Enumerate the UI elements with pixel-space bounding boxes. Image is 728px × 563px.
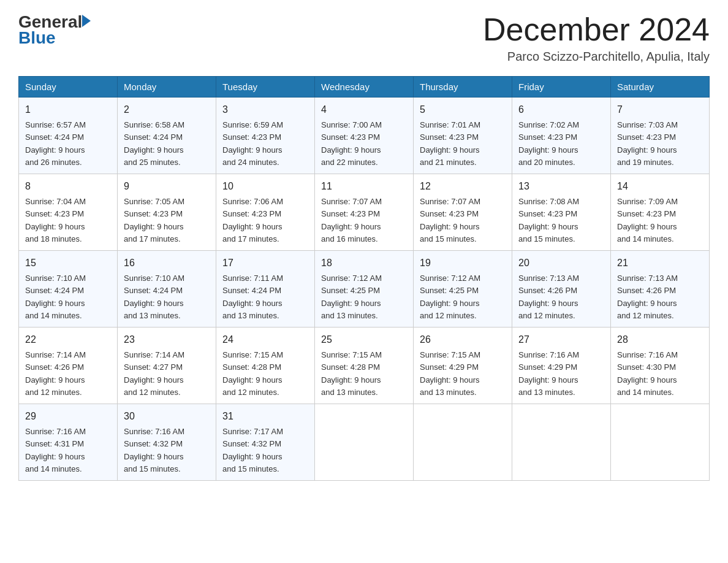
- col-monday: Monday: [118, 77, 216, 98]
- day-number: 5: [420, 102, 506, 117]
- calendar-cell: 5 Sunrise: 7:01 AMSunset: 4:23 PMDayligh…: [414, 98, 512, 174]
- day-number: 3: [222, 102, 308, 117]
- day-number: 7: [617, 102, 703, 117]
- day-info: Sunrise: 7:03 AMSunset: 4:23 PMDaylight:…: [617, 120, 678, 167]
- day-info: Sunrise: 7:10 AMSunset: 4:24 PMDaylight:…: [124, 274, 184, 320]
- calendar-week-1: 1 Sunrise: 6:57 AMSunset: 4:24 PMDayligh…: [19, 98, 710, 174]
- day-info: Sunrise: 7:15 AMSunset: 4:28 PMDaylight:…: [222, 350, 283, 397]
- day-number: 17: [222, 256, 308, 270]
- day-info: Sunrise: 7:09 AMSunset: 4:23 PMDaylight:…: [617, 197, 678, 243]
- calendar-cell: 28 Sunrise: 7:16 AMSunset: 4:30 PMDaylig…: [611, 327, 710, 404]
- calendar-cell: 30 Sunrise: 7:16 AMSunset: 4:32 PMDaylig…: [118, 404, 216, 481]
- day-number: 13: [518, 179, 604, 194]
- day-info: Sunrise: 7:07 AMSunset: 4:23 PMDaylight:…: [321, 197, 382, 243]
- day-info: Sunrise: 7:16 AMSunset: 4:32 PMDaylight:…: [124, 427, 184, 473]
- day-info: Sunrise: 7:07 AMSunset: 4:23 PMDaylight:…: [420, 197, 480, 243]
- calendar-cell: 3 Sunrise: 6:59 AMSunset: 4:23 PMDayligh…: [216, 98, 315, 174]
- day-number: 12: [420, 179, 506, 194]
- calendar-cell: 12 Sunrise: 7:07 AMSunset: 4:23 PMDaylig…: [414, 174, 512, 251]
- day-info: Sunrise: 7:14 AMSunset: 4:26 PMDaylight:…: [25, 350, 86, 397]
- day-number: 24: [222, 332, 308, 347]
- calendar-week-4: 22 Sunrise: 7:14 AMSunset: 4:26 PMDaylig…: [19, 327, 710, 404]
- day-info: Sunrise: 7:16 AMSunset: 4:31 PMDaylight:…: [25, 427, 86, 473]
- day-number: 1: [25, 102, 111, 117]
- day-number: 20: [518, 256, 604, 270]
- day-info: Sunrise: 7:10 AMSunset: 4:24 PMDaylight:…: [25, 274, 86, 320]
- day-info: Sunrise: 7:06 AMSunset: 4:23 PMDaylight:…: [222, 197, 283, 243]
- day-number: 21: [617, 256, 703, 270]
- day-info: Sunrise: 7:04 AMSunset: 4:23 PMDaylight:…: [25, 197, 86, 243]
- logo-blue-text: Blue: [18, 28, 56, 48]
- calendar-cell: [512, 404, 611, 481]
- day-number: 9: [124, 179, 210, 194]
- month-title: December 2024: [483, 12, 710, 47]
- day-number: 18: [321, 256, 407, 270]
- calendar-cell: 9 Sunrise: 7:05 AMSunset: 4:23 PMDayligh…: [118, 174, 216, 251]
- day-number: 14: [617, 179, 703, 194]
- calendar-cell: 16 Sunrise: 7:10 AMSunset: 4:24 PMDaylig…: [118, 251, 216, 327]
- calendar-cell: 23 Sunrise: 7:14 AMSunset: 4:27 PMDaylig…: [118, 327, 216, 404]
- day-number: 8: [25, 179, 111, 194]
- calendar-cell: 4 Sunrise: 7:00 AMSunset: 4:23 PMDayligh…: [315, 98, 414, 174]
- calendar-week-2: 8 Sunrise: 7:04 AMSunset: 4:23 PMDayligh…: [19, 174, 710, 251]
- logo: General Blue: [18, 12, 91, 48]
- day-info: Sunrise: 7:08 AMSunset: 4:23 PMDaylight:…: [518, 197, 579, 243]
- day-number: 23: [124, 332, 210, 347]
- day-number: 19: [420, 256, 506, 270]
- day-number: 31: [222, 409, 308, 424]
- calendar-cell: 19 Sunrise: 7:12 AMSunset: 4:25 PMDaylig…: [414, 251, 512, 327]
- calendar-cell: 8 Sunrise: 7:04 AMSunset: 4:23 PMDayligh…: [19, 174, 118, 251]
- calendar-cell: 17 Sunrise: 7:11 AMSunset: 4:24 PMDaylig…: [216, 251, 315, 327]
- day-number: 4: [321, 102, 407, 117]
- day-info: Sunrise: 7:12 AMSunset: 4:25 PMDaylight:…: [420, 274, 480, 320]
- calendar-cell: 11 Sunrise: 7:07 AMSunset: 4:23 PMDaylig…: [315, 174, 414, 251]
- page-header: General Blue December 2024 Parco Scizzo-…: [18, 12, 710, 64]
- day-number: 27: [518, 332, 604, 347]
- day-number: 28: [617, 332, 703, 347]
- day-info: Sunrise: 7:15 AMSunset: 4:29 PMDaylight:…: [420, 350, 480, 397]
- day-number: 30: [124, 409, 210, 424]
- day-info: Sunrise: 7:00 AMSunset: 4:23 PMDaylight:…: [321, 120, 382, 167]
- calendar-cell: 22 Sunrise: 7:14 AMSunset: 4:26 PMDaylig…: [19, 327, 118, 404]
- day-info: Sunrise: 7:14 AMSunset: 4:27 PMDaylight:…: [124, 350, 184, 397]
- day-info: Sunrise: 7:16 AMSunset: 4:29 PMDaylight:…: [518, 350, 579, 397]
- day-number: 11: [321, 179, 407, 194]
- calendar-cell: 10 Sunrise: 7:06 AMSunset: 4:23 PMDaylig…: [216, 174, 315, 251]
- day-info: Sunrise: 7:05 AMSunset: 4:23 PMDaylight:…: [124, 197, 184, 243]
- day-number: 16: [124, 256, 210, 270]
- day-info: Sunrise: 7:13 AMSunset: 4:26 PMDaylight:…: [518, 274, 579, 320]
- calendar-cell: 26 Sunrise: 7:15 AMSunset: 4:29 PMDaylig…: [414, 327, 512, 404]
- calendar-cell: 25 Sunrise: 7:15 AMSunset: 4:28 PMDaylig…: [315, 327, 414, 404]
- calendar-cell: 20 Sunrise: 7:13 AMSunset: 4:26 PMDaylig…: [512, 251, 611, 327]
- day-number: 2: [124, 102, 210, 117]
- day-info: Sunrise: 6:57 AMSunset: 4:24 PMDaylight:…: [25, 120, 86, 167]
- day-number: 29: [25, 409, 111, 424]
- day-info: Sunrise: 7:13 AMSunset: 4:26 PMDaylight:…: [617, 274, 678, 320]
- day-number: 25: [321, 332, 407, 347]
- calendar-cell: 31 Sunrise: 7:17 AMSunset: 4:32 PMDaylig…: [216, 404, 315, 481]
- col-thursday: Thursday: [414, 77, 512, 98]
- location-subtitle: Parco Scizzo-Parchitello, Apulia, Italy: [483, 50, 710, 64]
- day-info: Sunrise: 7:15 AMSunset: 4:28 PMDaylight:…: [321, 350, 382, 397]
- calendar-cell: 1 Sunrise: 6:57 AMSunset: 4:24 PMDayligh…: [19, 98, 118, 174]
- day-number: 22: [25, 332, 111, 347]
- calendar-cell: 14 Sunrise: 7:09 AMSunset: 4:23 PMDaylig…: [611, 174, 710, 251]
- day-info: Sunrise: 7:16 AMSunset: 4:30 PMDaylight:…: [617, 350, 678, 397]
- day-info: Sunrise: 6:59 AMSunset: 4:23 PMDaylight:…: [222, 120, 283, 167]
- day-info: Sunrise: 7:01 AMSunset: 4:23 PMDaylight:…: [420, 120, 480, 167]
- calendar-cell: 18 Sunrise: 7:12 AMSunset: 4:25 PMDaylig…: [315, 251, 414, 327]
- calendar-cell: 29 Sunrise: 7:16 AMSunset: 4:31 PMDaylig…: [19, 404, 118, 481]
- calendar-cell: 6 Sunrise: 7:02 AMSunset: 4:23 PMDayligh…: [512, 98, 611, 174]
- calendar-week-3: 15 Sunrise: 7:10 AMSunset: 4:24 PMDaylig…: [19, 251, 710, 327]
- calendar-cell: 7 Sunrise: 7:03 AMSunset: 4:23 PMDayligh…: [611, 98, 710, 174]
- day-info: Sunrise: 7:11 AMSunset: 4:24 PMDaylight:…: [222, 274, 283, 320]
- logo-triangle-icon: [82, 15, 91, 27]
- title-area: December 2024 Parco Scizzo-Parchitello, …: [483, 12, 710, 64]
- calendar-cell: [315, 404, 414, 481]
- calendar-table: Sunday Monday Tuesday Wednesday Thursday…: [18, 76, 710, 481]
- day-number: 6: [518, 102, 604, 117]
- calendar-cell: 15 Sunrise: 7:10 AMSunset: 4:24 PMDaylig…: [19, 251, 118, 327]
- calendar-cell: [414, 404, 512, 481]
- calendar-cell: 2 Sunrise: 6:58 AMSunset: 4:24 PMDayligh…: [118, 98, 216, 174]
- day-info: Sunrise: 7:17 AMSunset: 4:32 PMDaylight:…: [222, 427, 283, 473]
